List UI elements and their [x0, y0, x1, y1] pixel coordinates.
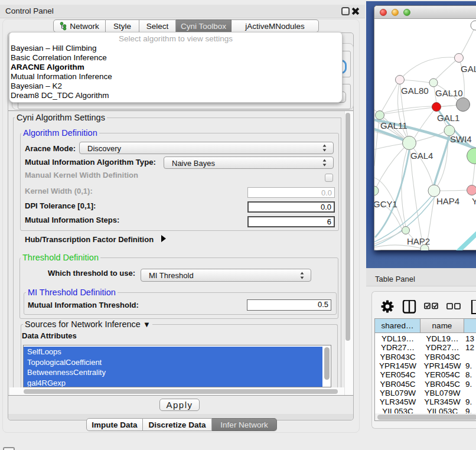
svg-text:GAL11: GAL11 [380, 120, 407, 131]
svg-text:Y: Y [472, 196, 476, 206]
svg-text:GAL80: GAL80 [401, 86, 429, 96]
svg-text:GAL1: GAL1 [437, 113, 459, 123]
svg-text:HAP2: HAP2 [407, 236, 430, 246]
svg-text:GAL7: GAL7 [461, 64, 476, 74]
svg-text:HAP4: HAP4 [436, 196, 459, 206]
svg-text:GAL10: GAL10 [435, 88, 463, 98]
svg-text:GAL4: GAL4 [410, 151, 433, 161]
svg-text:GCY1: GCY1 [374, 199, 397, 209]
svg-text:SWI4: SWI4 [450, 134, 472, 144]
